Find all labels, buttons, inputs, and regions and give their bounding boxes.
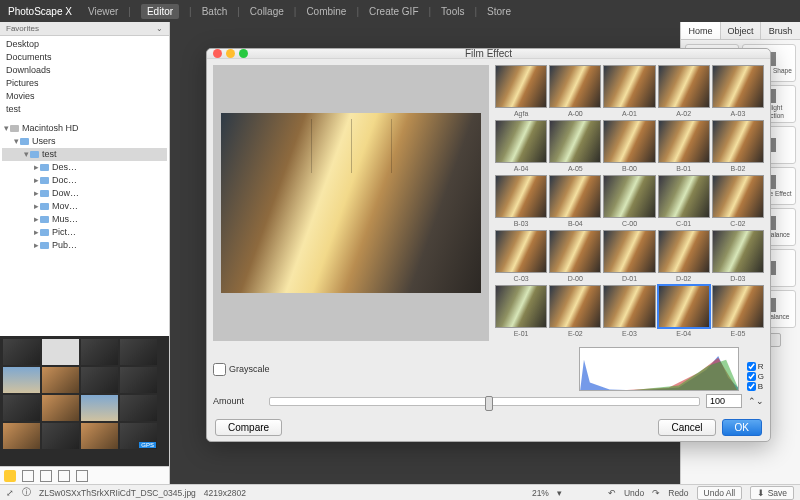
effect-D-01[interactable]: D-01: [603, 230, 655, 273]
amount-slider[interactable]: [269, 397, 700, 406]
thumb[interactable]: [42, 339, 79, 365]
tab-editor[interactable]: Editor: [141, 4, 179, 19]
effect-B-00[interactable]: B-00: [603, 120, 655, 163]
tree-child[interactable]: ▸Doc…: [2, 174, 167, 187]
tree-root[interactable]: ▾Macintosh HD: [2, 122, 167, 135]
save-button[interactable]: ⬇ Save: [750, 486, 794, 500]
effect-B-01[interactable]: B-01: [658, 120, 710, 163]
effect-E-02[interactable]: E-02: [549, 285, 601, 328]
effect-Agfa[interactable]: Agfa: [495, 65, 547, 108]
tree-test[interactable]: ▾test: [2, 148, 167, 161]
undo-all-button[interactable]: Undo All: [697, 486, 743, 500]
fav-downloads[interactable]: Downloads: [6, 64, 163, 77]
tab-batch[interactable]: Batch: [202, 6, 228, 17]
tab-store[interactable]: Store: [487, 6, 511, 17]
nav-icon[interactable]: [58, 470, 70, 482]
thumb[interactable]: [3, 423, 40, 449]
thumb[interactable]: [3, 395, 40, 421]
effect-B-02[interactable]: B-02: [712, 120, 764, 163]
nav-icon[interactable]: [76, 470, 88, 482]
close-icon[interactable]: [213, 49, 222, 58]
tab-collage[interactable]: Collage: [250, 6, 284, 17]
zoom-menu-icon[interactable]: ▾: [557, 488, 562, 498]
thumb-gps[interactable]: [120, 423, 157, 449]
effect-D-02[interactable]: D-02: [658, 230, 710, 273]
fav-pictures[interactable]: Pictures: [6, 77, 163, 90]
tab-viewer[interactable]: Viewer: [88, 6, 118, 17]
effect-E-03[interactable]: E-03: [603, 285, 655, 328]
rtab-home[interactable]: Home: [681, 22, 721, 39]
zoom-icon[interactable]: [239, 49, 248, 58]
thumb[interactable]: [81, 339, 118, 365]
amount-input[interactable]: [706, 394, 742, 408]
effect-C-01[interactable]: C-01: [658, 175, 710, 218]
undo-label[interactable]: Undo: [624, 488, 644, 498]
nav-icon[interactable]: [22, 470, 34, 482]
effect-A-00[interactable]: A-00: [549, 65, 601, 108]
fav-movies[interactable]: Movies: [6, 90, 163, 103]
grayscale-checkbox[interactable]: Grayscale: [213, 363, 270, 376]
home-icon[interactable]: [4, 470, 16, 482]
effect-D-03[interactable]: D-03: [712, 230, 764, 273]
thumb[interactable]: [3, 339, 40, 365]
tree-child[interactable]: ▸Mus…: [2, 213, 167, 226]
cancel-button[interactable]: Cancel: [658, 419, 715, 436]
ok-button[interactable]: OK: [722, 419, 762, 436]
compare-button[interactable]: Compare: [215, 419, 282, 436]
b-checkbox[interactable]: B: [747, 382, 764, 391]
thumb[interactable]: [42, 367, 79, 393]
tree-child[interactable]: ▸Dow…: [2, 187, 167, 200]
thumbnail-strip[interactable]: [0, 336, 169, 466]
thumb[interactable]: [120, 367, 157, 393]
undo-icon[interactable]: ↶: [608, 488, 616, 498]
effect-C-00[interactable]: C-00: [603, 175, 655, 218]
effect-D-00[interactable]: D-00: [549, 230, 601, 273]
fav-test[interactable]: test: [6, 103, 163, 116]
r-checkbox[interactable]: R: [747, 362, 764, 371]
thumb[interactable]: [81, 423, 118, 449]
tree-child[interactable]: ▸Mov…: [2, 200, 167, 213]
effect-E-01[interactable]: E-01: [495, 285, 547, 328]
thumb[interactable]: [120, 339, 157, 365]
effect-B-04[interactable]: B-04: [549, 175, 601, 218]
fav-documents[interactable]: Documents: [6, 51, 163, 64]
effect-A-02[interactable]: A-02: [658, 65, 710, 108]
expand-icon[interactable]: ⤢: [6, 488, 14, 498]
tab-combine[interactable]: Combine: [306, 6, 346, 17]
g-checkbox[interactable]: G: [747, 372, 764, 381]
thumb[interactable]: [3, 367, 40, 393]
minimize-icon[interactable]: [226, 49, 235, 58]
rtab-brush[interactable]: Brush: [761, 22, 800, 39]
dialog-titlebar[interactable]: Film Effect: [207, 49, 770, 59]
fav-desktop[interactable]: Desktop: [6, 38, 163, 51]
redo-label[interactable]: Redo: [668, 488, 688, 498]
tree-child[interactable]: ▸Pub…: [2, 239, 167, 252]
tree-users[interactable]: ▾Users: [2, 135, 167, 148]
thumb[interactable]: [120, 395, 157, 421]
effect-A-03[interactable]: A-03: [712, 65, 764, 108]
tree-child[interactable]: ▸Pict…: [2, 226, 167, 239]
tree-child[interactable]: ▸Des…: [2, 161, 167, 174]
redo-icon[interactable]: ↷: [652, 488, 660, 498]
thumb[interactable]: [81, 395, 118, 421]
favorites-dropdown-icon[interactable]: ⌄: [156, 24, 163, 33]
rtab-object[interactable]: Object: [721, 22, 761, 39]
tab-create-gif[interactable]: Create GIF: [369, 6, 418, 17]
tab-tools[interactable]: Tools: [441, 6, 464, 17]
grayscale-input[interactable]: [213, 363, 226, 376]
effect-C-03[interactable]: C-03: [495, 230, 547, 273]
effect-A-01[interactable]: A-01: [603, 65, 655, 108]
effect-A-04[interactable]: A-04: [495, 120, 547, 163]
effect-B-03[interactable]: B-03: [495, 175, 547, 218]
effect-C-02[interactable]: C-02: [712, 175, 764, 218]
thumb[interactable]: [42, 423, 79, 449]
amount-stepper-icon[interactable]: ⌃⌄: [748, 396, 764, 406]
effect-E-04[interactable]: E-04: [658, 285, 710, 328]
effect-A-05[interactable]: A-05: [549, 120, 601, 163]
nav-icon[interactable]: [40, 470, 52, 482]
info-icon[interactable]: ⓘ: [22, 487, 31, 499]
thumb[interactable]: [81, 367, 118, 393]
favorites-header[interactable]: Favorites ⌄: [0, 22, 169, 36]
zoom-label[interactable]: 21%: [532, 488, 549, 498]
thumb[interactable]: [42, 395, 79, 421]
